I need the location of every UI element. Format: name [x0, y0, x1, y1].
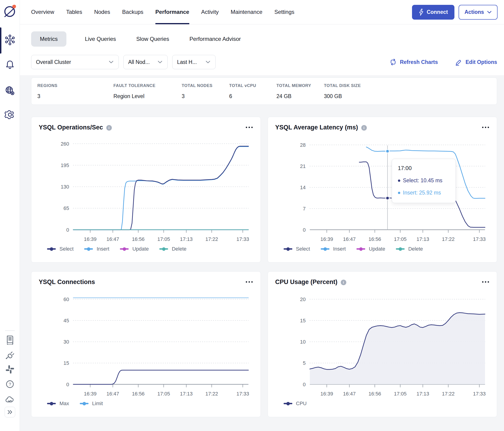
- sidebar-item-cluster[interactable]: [0, 35, 20, 45]
- legend-item-limit[interactable]: Limit: [80, 401, 103, 407]
- pencil-icon: [455, 58, 462, 66]
- sidebar-expand-button[interactable]: [5, 407, 15, 417]
- edit-options-button[interactable]: Edit Options: [455, 58, 497, 66]
- legend-item-update[interactable]: Update: [356, 246, 385, 252]
- nodes-select[interactable]: All Nod...: [123, 55, 168, 69]
- svg-text:16:39: 16:39: [320, 391, 333, 397]
- svg-text:7: 7: [303, 206, 306, 211]
- legend-label: Select: [296, 246, 310, 252]
- cpu-usage-plot[interactable]: 0510152016:3916:4716:5617:0517:1317:2217…: [275, 291, 490, 400]
- svg-text:0: 0: [303, 227, 306, 233]
- sidebar-item-cloud-status[interactable]: [0, 395, 20, 404]
- svg-text:20: 20: [300, 296, 306, 302]
- svg-text:16:47: 16:47: [343, 236, 356, 242]
- sidebar-item-alerts[interactable]: [0, 60, 20, 70]
- tab-backups[interactable]: Backups: [122, 0, 144, 24]
- chart-menu-button[interactable]: [482, 278, 489, 285]
- subtab-performance-advisor[interactable]: Performance Advisor: [188, 36, 243, 42]
- ysql-operations-plot[interactable]: 06513019526016:3916:4716:5617:0517:1317:…: [39, 137, 253, 245]
- sidebar-item-help[interactable]: ?: [0, 380, 20, 389]
- tab-settings[interactable]: Settings: [274, 0, 294, 24]
- refresh-charts-button[interactable]: Refresh Charts: [390, 58, 438, 66]
- sidebar-item-slack[interactable]: [0, 365, 20, 374]
- filter-bar: Overall Cluster All Nod... Last H...: [31, 55, 497, 69]
- svg-text:17:05: 17:05: [157, 391, 170, 397]
- tab-performance[interactable]: Performance: [155, 0, 189, 24]
- legend-marker-icon: [284, 248, 292, 250]
- performance-subtabs: Metrics Live Queries Slow Queries Perfor…: [31, 31, 504, 47]
- stat-total-vcpu: TOTAL vCPU 6: [229, 83, 276, 104]
- tooltip-insert-text: Insert: 25.92 ms: [403, 190, 441, 196]
- tab-nodes[interactable]: Nodes: [94, 0, 110, 24]
- subtab-metrics[interactable]: Metrics: [31, 31, 66, 47]
- tab-maintenance[interactable]: Maintenance: [231, 0, 262, 24]
- svg-text:17:13: 17:13: [416, 391, 429, 397]
- legend-item-insert[interactable]: Insert: [321, 246, 346, 252]
- chart-menu-button[interactable]: [245, 124, 253, 131]
- stat-label: FAULT TOLERANCE: [113, 83, 182, 88]
- tooltip-row-insert: Insert: 25.92 ms: [398, 190, 450, 196]
- stat-regions: REGIONS 3: [37, 83, 113, 104]
- svg-text:16:47: 16:47: [343, 391, 356, 397]
- chart-legend: SelectInsertUpdateDelete: [47, 246, 253, 252]
- svg-text:60: 60: [63, 296, 69, 302]
- svg-text:17:13: 17:13: [180, 236, 192, 242]
- subtab-live-queries[interactable]: Live Queries: [83, 36, 118, 42]
- cluster-stats-bar: REGIONS 3 FAULT TOLERANCE Region Level T…: [31, 78, 497, 105]
- tab-activity[interactable]: Activity: [201, 0, 219, 24]
- cluster-select[interactable]: Overall Cluster: [31, 55, 119, 69]
- tooltip-time: 17:00: [398, 165, 450, 171]
- globe-gear-icon: [5, 85, 15, 96]
- legend-item-max[interactable]: Max: [47, 401, 69, 407]
- sidebar-item-network[interactable]: [0, 85, 20, 96]
- chart-header: YSQL Operations/Sec i: [39, 124, 253, 131]
- legend-item-cpu[interactable]: CPU: [284, 401, 307, 407]
- legend-label: Update: [369, 246, 385, 252]
- legend-item-select[interactable]: Select: [47, 246, 73, 252]
- tab-tables[interactable]: Tables: [66, 0, 82, 24]
- svg-text:0: 0: [303, 382, 306, 387]
- svg-text:17:05: 17:05: [394, 391, 406, 397]
- legend-item-insert[interactable]: Insert: [84, 246, 109, 252]
- performance-content: Metrics Live Queries Slow Queries Perfor…: [20, 24, 504, 431]
- legend-item-update[interactable]: Update: [120, 246, 149, 252]
- svg-text:15: 15: [63, 360, 69, 366]
- svg-text:10: 10: [300, 339, 306, 345]
- stat-total-memory: TOTAL MEMORY 24 GB: [276, 83, 324, 104]
- tooltip-select-text: Select: 10.45 ms: [403, 177, 442, 184]
- chart-header: CPU Usage (Percent) i: [275, 278, 490, 286]
- info-icon[interactable]: i: [106, 125, 112, 131]
- svg-text:16:56: 16:56: [369, 391, 381, 397]
- cloud-icon: [5, 395, 15, 404]
- svg-text:28: 28: [300, 142, 306, 148]
- tab-overview[interactable]: Overview: [31, 0, 54, 24]
- legend-item-delete[interactable]: Delete: [159, 246, 187, 252]
- svg-text:16:56: 16:56: [132, 236, 144, 242]
- yugabyte-logo-icon[interactable]: [3, 4, 17, 18]
- ysql-latency-plot[interactable]: 0714212816:3916:4716:5617:0517:1317:2217…: [275, 137, 490, 245]
- svg-text:17:22: 17:22: [206, 391, 218, 397]
- actions-button[interactable]: Actions: [459, 5, 497, 20]
- legend-marker-icon: [47, 403, 56, 404]
- svg-text:17:13: 17:13: [416, 236, 429, 242]
- legend-item-delete[interactable]: Delete: [396, 246, 423, 252]
- legend-item-select[interactable]: Select: [284, 246, 310, 252]
- info-icon[interactable]: i: [341, 280, 346, 285]
- sidebar-item-settings[interactable]: [0, 109, 20, 120]
- stat-label: TOTAL NODES: [182, 83, 229, 88]
- sidebar-item-integrations[interactable]: [0, 350, 20, 359]
- chart-menu-button[interactable]: [245, 278, 253, 285]
- connect-button[interactable]: Connect: [412, 5, 454, 20]
- legend-marker-icon: [159, 248, 168, 250]
- gear-icon: [5, 109, 15, 120]
- ysql-connections-plot[interactable]: 01530456016:3916:4716:5617:0517:1317:221…: [39, 291, 253, 400]
- sidebar-item-docs[interactable]: [0, 335, 20, 345]
- chart-legend: SelectInsertUpdateDelete: [284, 246, 490, 252]
- top-actions: Connect Actions: [412, 0, 497, 24]
- svg-text:17:22: 17:22: [206, 236, 218, 242]
- info-icon[interactable]: i: [361, 125, 367, 131]
- time-range-select[interactable]: Last H...: [172, 55, 216, 69]
- stat-value: 6: [229, 93, 276, 100]
- subtab-slow-queries[interactable]: Slow Queries: [135, 36, 171, 42]
- chart-menu-button[interactable]: [482, 124, 489, 131]
